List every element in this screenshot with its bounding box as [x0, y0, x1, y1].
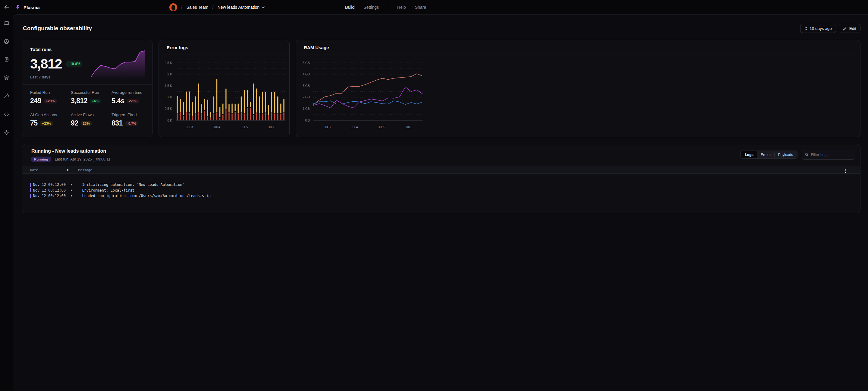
log-row[interactable]: Nov 12 00:12:00 Environment: Local-first [22, 188, 434, 193]
svg-text:0 B: 0 B [305, 118, 310, 122]
svg-text:Jul 6: Jul 6 [268, 125, 275, 129]
column-date: Date [30, 168, 38, 172]
topbar: Plasma / Sales Team / New leads Automati… [0, 0, 434, 15]
column-message: Message [79, 168, 92, 172]
back-button[interactable] [2, 3, 11, 11]
total-runs-delta-badge: +10.4% [65, 61, 83, 67]
sidebar-item-monitor[interactable] [1, 17, 13, 29]
total-runs-sparkline-chart [91, 49, 145, 79]
status-badge: Running [31, 157, 51, 162]
log-rows: Nov 12 00:12:00 Initializing automation:… [22, 174, 434, 196]
svg-text:Jul 6: Jul 6 [405, 125, 412, 129]
nav-build[interactable]: Build [345, 5, 354, 10]
breadcrumb-team[interactable]: Sales Team [186, 5, 208, 10]
layers-icon [4, 75, 9, 81]
page-title: Configurable obserability [23, 25, 92, 32]
svg-text:Jul 5: Jul 5 [241, 125, 248, 129]
log-marker [30, 183, 31, 187]
row-arrow-icon [71, 189, 72, 192]
monitor-icon [4, 20, 9, 26]
run-subtitle-row: Running Last run: Apr 19, 2025 _ 09:08:1… [31, 157, 110, 162]
svg-text:Jul 3: Jul 3 [186, 125, 193, 129]
log-row[interactable]: Nov 12 00:12:00 Initializing automation:… [22, 182, 434, 188]
nav-settings[interactable]: Settings [364, 5, 379, 10]
breadcrumb: / Sales Team / New leads Automation [169, 3, 265, 11]
svg-text:4 GB: 4 GB [303, 73, 310, 76]
stat-successful-run: Successful Run 3,812 +6% [71, 90, 112, 105]
sidebar-item-layers[interactable] [1, 72, 13, 84]
sidebar [0, 15, 13, 196]
run-panel-left: Running - New leads automation Running L… [31, 148, 110, 162]
ram-usage-header: RAM Usage [296, 40, 434, 55]
sidebar-item-accounts[interactable] [1, 35, 13, 47]
top-nav: Build Settings Help Share [345, 4, 434, 10]
stat-delta-badge: +23% [40, 121, 53, 126]
plasma-logo-icon [15, 4, 21, 10]
svg-text:Jul 3: Jul 3 [324, 125, 331, 129]
arrow-left-icon [4, 5, 9, 9]
svg-text:0 K: 0 K [167, 118, 172, 122]
stat-delta-badge: -51% [127, 99, 139, 104]
stat-failed-run: Failed Run 249 +23% [30, 90, 71, 105]
svg-text:5 GB: 5 GB [303, 61, 310, 64]
total-runs-card: Total runs 3,812 +10.4% Last 7 days Fail… [22, 40, 153, 137]
breadcrumb-separator: / [181, 4, 182, 10]
ram-usage-title: RAM Usage [304, 45, 329, 50]
sidebar-item-ai-actions[interactable] [1, 90, 13, 102]
svg-text:Jul 4: Jul 4 [213, 125, 220, 129]
chevron-down-icon [261, 6, 265, 8]
svg-text:2 GB: 2 GB [303, 95, 310, 99]
app-name: Plasma [24, 5, 40, 10]
file-text-icon [4, 57, 9, 62]
user-circle-icon [4, 38, 9, 44]
error-logs-header: Error logs [159, 40, 289, 55]
breadcrumb-automation-dropdown[interactable]: New leads Automation [218, 5, 265, 10]
svg-text:2 K: 2 K [167, 73, 172, 76]
log-table-header: Date Message [22, 166, 434, 174]
breadcrumb-automation-label: New leads Automation [218, 5, 259, 10]
content-panel: Configurable obserability 10 days ago Ed… [13, 15, 434, 196]
run-panel-header: Running - New leads automation Running L… [22, 144, 434, 162]
nav-divider [388, 4, 388, 10]
stat-delta-badge: -0.7% [125, 121, 138, 126]
error-logs-chart: 0 K0.5 K1 K1.5 K2 K2.5 KJul 3Jul 4Jul 5J… [159, 55, 289, 137]
stat-delta-badge: +6% [90, 99, 101, 104]
svg-text:1 GB: 1 GB [303, 107, 310, 110]
stat-delta-badge: +23% [44, 99, 57, 104]
svg-text:0.5 K: 0.5 K [164, 107, 172, 110]
svg-text:1 K: 1 K [167, 95, 172, 99]
log-row[interactable]: Nov 12 00:12:00 Loaded configuration fro… [22, 193, 434, 196]
error-logs-card: Error logs 0 K0.5 K1 K1.5 K2 K2.5 KJul 3… [158, 40, 290, 137]
svg-text:2.5 K: 2.5 K [164, 61, 172, 64]
log-marker [30, 188, 31, 192]
total-runs-value: 3,812 [30, 56, 62, 72]
ram-usage-chart: 0 B1 GB2 GB3 GB4 GB5 GBJul 3Jul 4Jul 5Ju… [296, 55, 427, 137]
svg-text:Jul 5: Jul 5 [378, 125, 385, 129]
row-arrow-icon [71, 184, 72, 186]
breadcrumb-separator: / [212, 4, 213, 10]
svg-text:1.5 K: 1.5 K [164, 84, 172, 87]
stat-triggers-fired: Triggers Fired 831 -0.7% [112, 113, 152, 127]
cards-row: Total runs 3,812 +10.4% Last 7 days Fail… [22, 40, 434, 137]
nav-help[interactable]: Help [397, 5, 406, 10]
error-logs-title: Error logs [167, 45, 188, 50]
stat-average-run-time: Average run time 5.4s -51% [112, 90, 152, 105]
expand-arrow-icon [67, 169, 69, 171]
sidebar-item-settings[interactable] [1, 126, 13, 138]
code-icon [4, 111, 9, 117]
stat-ai-gen-actions: AI Gen Actions 75 +23% [30, 113, 71, 127]
magic-wand-icon [4, 93, 9, 99]
run-title: Running - New leads automation [31, 148, 110, 154]
ram-usage-card: RAM Usage 0 B1 GB2 GB3 GB4 GB5 GBJul 3Ju… [296, 40, 434, 137]
avatar[interactable] [169, 3, 177, 11]
gear-icon [4, 130, 9, 135]
brand[interactable]: Plasma [15, 4, 40, 10]
last-run-text: Last run: Apr 19, 2025 _ 09:08:11 [55, 157, 111, 161]
sidebar-item-documents[interactable] [1, 53, 13, 65]
page-header: Configurable obserability 10 days ago Ed… [23, 24, 434, 33]
svg-text:3 GB: 3 GB [303, 84, 310, 87]
sidebar-item-code[interactable] [1, 108, 13, 120]
run-panel: Running - New leads automation Running L… [22, 144, 434, 196]
nav-share[interactable]: Share [415, 5, 426, 10]
svg-text:Jul 4: Jul 4 [351, 125, 358, 129]
